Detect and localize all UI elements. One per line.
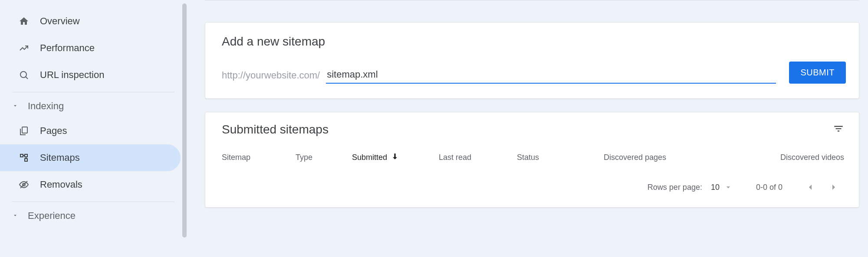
rows-per-page-value: 10 (711, 183, 720, 192)
pagination-range: 0-0 of 0 (756, 183, 783, 192)
sidebar-divider (12, 202, 174, 202)
add-sitemap-card: Add a new sitemap http://yourwebsite.com… (205, 22, 859, 99)
sidebar-item-sitemaps[interactable]: Sitemaps (0, 144, 181, 171)
pagination: Rows per page: 10 0-0 of 0 (222, 167, 844, 200)
caret-down-icon (12, 103, 19, 110)
sidebar-item-label: URL inspection (40, 69, 104, 81)
previous-page-button[interactable] (802, 179, 819, 196)
column-header-discovered-pages[interactable]: Discovered pages (604, 152, 699, 163)
filter-icon[interactable] (833, 123, 844, 136)
svg-rect-5 (25, 159, 27, 161)
column-header-submitted[interactable]: Submitted (352, 152, 439, 163)
sitemap-icon (18, 152, 30, 163)
scrollbar-thumb[interactable] (182, 3, 187, 237)
column-header-type[interactable]: Type (296, 152, 352, 163)
column-header-last-read[interactable]: Last read (439, 152, 517, 163)
sidebar-item-label: Pages (40, 125, 67, 137)
column-header-discovered-videos[interactable]: Discovered videos (699, 152, 844, 163)
submitted-title: Submitted sitemaps (222, 123, 329, 137)
main-content: Add a new sitemap http://yourwebsite.com… (187, 0, 868, 257)
svg-rect-2 (22, 127, 27, 133)
sidebar-item-performance[interactable]: Performance (0, 35, 181, 62)
rows-per-page-select[interactable]: 10 (711, 183, 733, 192)
submitted-header: Submitted sitemaps (222, 123, 844, 137)
sidebar: Overview Performance URL inspection Inde… (0, 0, 187, 257)
next-page-button[interactable] (825, 179, 842, 196)
dropdown-icon (724, 183, 733, 192)
top-divider (205, 0, 859, 0)
sidebar-item-label: Performance (40, 42, 95, 54)
svg-line-1 (26, 77, 28, 79)
sidebar-item-removals[interactable]: Removals (0, 171, 181, 198)
sidebar-section-label: Indexing (28, 101, 64, 112)
add-sitemap-row: http://yourwebsite.com/ SUBMIT (222, 62, 846, 84)
column-label: Submitted (352, 153, 387, 162)
sidebar-section-indexing[interactable]: Indexing (0, 95, 187, 117)
trending-up-icon (18, 42, 30, 54)
add-sitemap-title: Add a new sitemap (222, 35, 846, 49)
visibility-off-icon (18, 179, 30, 190)
sidebar-divider (12, 92, 174, 92)
column-header-status[interactable]: Status (517, 152, 604, 163)
caret-down-icon (12, 212, 19, 219)
url-prefix: http://yourwebsite.com/ (222, 70, 320, 84)
submit-button[interactable]: SUBMIT (789, 62, 846, 84)
column-header-sitemap[interactable]: Sitemap (222, 152, 296, 163)
search-icon (18, 69, 30, 81)
svg-rect-3 (20, 154, 23, 157)
sitemap-input[interactable] (326, 67, 776, 84)
svg-point-0 (20, 72, 26, 78)
sidebar-section-experience[interactable]: Experience (0, 205, 187, 227)
submitted-sitemaps-card: Submitted sitemaps Sitemap Type Submitte… (205, 112, 859, 208)
sidebar-item-overview[interactable]: Overview (0, 8, 181, 35)
sidebar-item-label: Removals (40, 179, 82, 190)
sidebar-item-url-inspection[interactable]: URL inspection (0, 62, 181, 88)
home-icon (18, 16, 30, 27)
sidebar-item-pages[interactable]: Pages (0, 117, 181, 144)
rows-per-page-label: Rows per page: (648, 183, 702, 192)
sidebar-item-label: Overview (40, 16, 80, 27)
sidebar-section-label: Experience (28, 210, 76, 221)
sort-down-icon (391, 152, 399, 163)
svg-rect-4 (25, 154, 27, 157)
pages-icon (18, 125, 30, 137)
sidebar-item-label: Sitemaps (40, 152, 80, 163)
table-header: Sitemap Type Submitted Last read Status … (222, 152, 844, 167)
